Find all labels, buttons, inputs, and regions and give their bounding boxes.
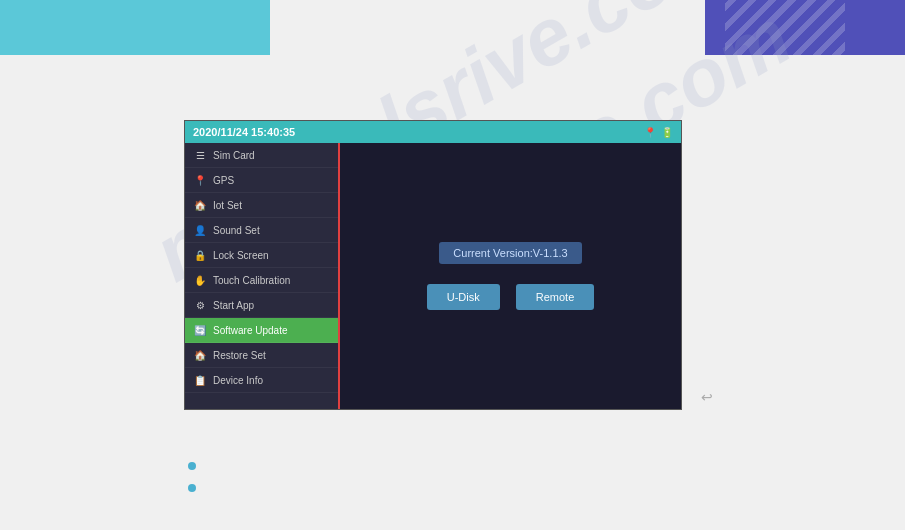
datetime-display: 2020/11/24 15:40:35 (193, 126, 295, 138)
start-app-label: Start App (213, 300, 254, 311)
remote-button[interactable]: Remote (516, 284, 595, 310)
lock-screen-label: Lock Screen (213, 250, 269, 261)
restore-set-icon: 🏠 (193, 348, 207, 362)
iot-set-label: Iot Set (213, 200, 242, 211)
sim-card-label: Sim Card (213, 150, 255, 161)
iot-set-icon: 🏠 (193, 198, 207, 212)
action-buttons: U-Disk Remote (427, 284, 595, 310)
bg-top-left (0, 0, 270, 55)
sidebar-item-touch-calibration[interactable]: ✋ Touch Calibration (185, 268, 338, 293)
start-app-icon: ⚙ (193, 298, 207, 312)
dot-2 (188, 484, 196, 492)
back-button[interactable]: ↩ (701, 389, 713, 405)
sidebar: ☰ Sim Card 📍 GPS 🏠 Iot Set 👤 Sound Set 🔒… (185, 143, 340, 409)
pin-icon: 📍 (644, 127, 656, 138)
sidebar-item-software-update[interactable]: 🔄 Software Update (185, 318, 338, 343)
bg-top-right (705, 0, 905, 55)
content-area: ☰ Sim Card 📍 GPS 🏠 Iot Set 👤 Sound Set 🔒… (185, 143, 681, 409)
software-update-label: Software Update (213, 325, 288, 336)
sound-set-icon: 👤 (193, 223, 207, 237)
sidebar-item-sim-card[interactable]: ☰ Sim Card (185, 143, 338, 168)
sidebar-item-iot-set[interactable]: 🏠 Iot Set (185, 193, 338, 218)
restore-set-label: Restore Set (213, 350, 266, 361)
gps-icon: 📍 (193, 173, 207, 187)
sound-set-label: Sound Set (213, 225, 260, 236)
sidebar-item-lock-screen[interactable]: 🔒 Lock Screen (185, 243, 338, 268)
sidebar-item-start-app[interactable]: ⚙ Start App (185, 293, 338, 318)
udisk-button[interactable]: U-Disk (427, 284, 500, 310)
dot-1 (188, 462, 196, 470)
title-bar: 2020/11/24 15:40:35 📍 🔋 (185, 121, 681, 143)
touch-calibration-label: Touch Calibration (213, 275, 290, 286)
software-update-icon: 🔄 (193, 323, 207, 337)
sidebar-item-restore-set[interactable]: 🏠 Restore Set (185, 343, 338, 368)
device-info-icon: 📋 (193, 373, 207, 387)
battery-icon: 🔋 (661, 127, 673, 138)
version-badge: Current Version:V-1.1.3 (439, 242, 581, 264)
lock-screen-icon: 🔒 (193, 248, 207, 262)
sidebar-item-device-info[interactable]: 📋 Device Info (185, 368, 338, 393)
title-bar-icons: 📍 🔋 (644, 127, 673, 138)
gps-label: GPS (213, 175, 234, 186)
sidebar-item-sound-set[interactable]: 👤 Sound Set (185, 218, 338, 243)
device-window: 2020/11/24 15:40:35 📍 🔋 ☰ Sim Card 📍 GPS… (184, 120, 682, 410)
main-panel: Current Version:V-1.1.3 U-Disk Remote (340, 143, 681, 409)
diagonal-stripes (725, 0, 845, 55)
device-info-label: Device Info (213, 375, 263, 386)
touch-calibration-icon: ✋ (193, 273, 207, 287)
sidebar-item-gps[interactable]: 📍 GPS (185, 168, 338, 193)
sim-card-icon: ☰ (193, 148, 207, 162)
